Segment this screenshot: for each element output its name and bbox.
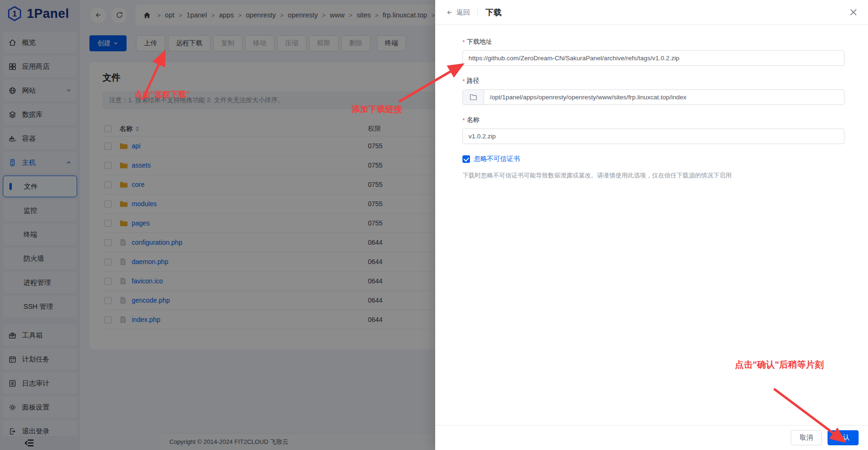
- drawer-back-label: 返回: [456, 8, 470, 17]
- required-asterisk: *: [462, 117, 465, 124]
- drawer-body: *下载地址 *路径 *名称 忽略不可信证书 下载时忽略不可信证书可能导致数据泄露…: [435, 25, 868, 180]
- name-label: 名称: [467, 116, 479, 124]
- ignore-certificate-checkbox[interactable]: 忽略不可信证书: [462, 155, 844, 163]
- path-field: *路径: [462, 77, 844, 105]
- download-url-field: *下载地址: [462, 38, 844, 66]
- cancel-button[interactable]: 取消: [791, 430, 822, 445]
- download-url-label: 下载地址: [467, 38, 492, 46]
- name-input[interactable]: [462, 129, 844, 144]
- drawer-footer: 取消 确认: [435, 425, 868, 450]
- required-asterisk: *: [462, 39, 465, 46]
- drawer-title: 下载: [486, 7, 502, 18]
- divider: [478, 8, 478, 16]
- path-label: 路径: [467, 77, 479, 85]
- drawer-back-button[interactable]: 返回: [446, 8, 470, 17]
- arrow-left-icon: [446, 9, 453, 16]
- close-icon[interactable]: [849, 8, 858, 16]
- download-url-input[interactable]: [462, 50, 844, 66]
- drawer-header: 返回 下载: [435, 0, 868, 25]
- choose-folder-button[interactable]: [463, 90, 484, 104]
- checkbox-checked-icon: [462, 155, 470, 163]
- name-field: *名称: [462, 116, 844, 144]
- certificate-warning-text: 下载时忽略不可信证书可能导致数据泄露或篡改。请谨慎使用此选项，仅在信任下载源的情…: [462, 171, 844, 180]
- required-asterisk: *: [462, 78, 465, 85]
- folder-outline-icon: [470, 94, 477, 101]
- download-drawer: 返回 下载 *下载地址 *路径 *名称 忽略不可信证书 下: [435, 0, 868, 450]
- ignore-certificate-label: 忽略不可信证书: [474, 155, 520, 163]
- confirm-button[interactable]: 确认: [828, 430, 859, 445]
- path-input[interactable]: [484, 90, 844, 104]
